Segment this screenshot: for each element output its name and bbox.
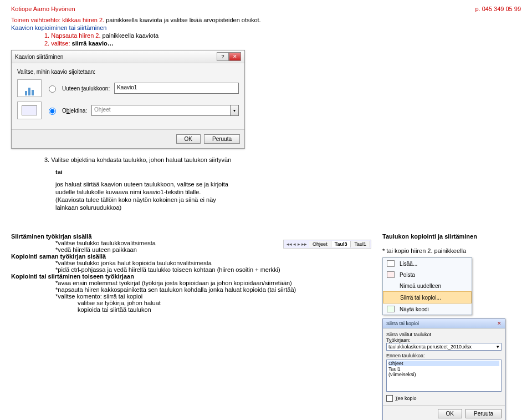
h3: Kopiointi tai siirtäminen toiseen työkir…: [11, 273, 371, 280]
new-sheet-name-input[interactable]: Kaavio1: [114, 83, 239, 94]
dialog1-title: Kaavion siirtäminen: [15, 54, 63, 60]
h3-b3: *valitse komento: siirrä tai kopioi: [55, 293, 371, 300]
ctx-view-code[interactable]: Näytä koodi: [383, 303, 472, 315]
h1-b1: *valitse taulukko taulukkovalitsimesta: [55, 240, 156, 246]
new-sheet-radio[interactable]: [49, 85, 56, 93]
h3-b4b: kopioida tai siirtää taulukon: [78, 306, 371, 313]
ctx-insert[interactable]: Lisää...: [383, 258, 472, 269]
ok-button[interactable]: OK: [176, 134, 201, 144]
move-copy-icon: [387, 294, 396, 301]
dialog2-close-icon[interactable]: ✕: [497, 321, 502, 326]
intro-1b: painikkeella kaaviota ja valitse lisää a…: [104, 17, 261, 23]
object-in-radio[interactable]: [49, 108, 56, 115]
step3: 3. Valitse objektina kohdasta taulukko, …: [44, 156, 521, 163]
list-item[interactable]: Taul1: [388, 366, 499, 372]
mid-p3: (Kaaviosta tulee tällöin koko näytön kok…: [55, 196, 521, 203]
h1: Siirtäminen työkirjan sisällä: [11, 233, 371, 240]
step2-a: 2. valitse:: [44, 40, 72, 47]
delete-icon: [386, 271, 395, 279]
d2-cancel-button[interactable]: Peruuta: [466, 409, 502, 418]
workbook-select[interactable]: taulukkolaskenta perusteet_2010.xlsx ▾: [386, 343, 502, 351]
h2-b1: *valitse taulukko jonka halut kopioida t…: [55, 260, 371, 266]
ctx-move-or-copy[interactable]: Siirrä tai kopioi...: [383, 291, 472, 303]
tab-taul3[interactable]: Taul3: [331, 241, 351, 247]
tab-ohjeet[interactable]: Ohjeet: [309, 241, 331, 247]
make-copy-checkbox[interactable]: [386, 395, 393, 402]
move-or-copy-dialog: Siirrä tai kopioi ✕ Siirrä valitut taulu…: [382, 318, 505, 420]
opt2-label: Objektina:: [62, 108, 87, 114]
h3-b2: *napsauta hiiren kakkospainiketta sen ta…: [55, 286, 371, 293]
object-in-select[interactable]: Ohjeet: [91, 105, 231, 116]
ctx-delete[interactable]: Poista: [383, 269, 472, 280]
d2-lbl1: Siirrä valitut taulukot: [386, 332, 502, 337]
chevron-down-icon[interactable]: ▾: [231, 105, 239, 116]
right-title: Taulukon kopiointi ja siirtäminen: [382, 233, 521, 240]
context-menu: Lisää... Poista Nimeä uudelleen Siirrä t…: [382, 257, 472, 315]
section-heading: Kaavion kopioiminen tai siirtäminen: [11, 24, 521, 31]
sheet-tabs: ◂◂ ◂ ▸ ▸▸ Ohjeet Taul3 Taul1: [283, 240, 371, 249]
chevron-down-icon: ▾: [497, 344, 499, 350]
h3-b1: *avaa ensin molemmat työkirjat (työkirja…: [55, 280, 371, 286]
doc-phone: p. 045 349 05 99: [475, 6, 521, 12]
make-copy-label: Tee kopio: [395, 396, 417, 401]
h1-b2: *vedä hiirellä uuteen paikkaan: [55, 246, 156, 253]
dialog1-prompt: Valitse, mihin kaavio sijoitetaan:: [17, 69, 239, 75]
d2-lbl2: Työkirjaan:: [386, 337, 502, 343]
list-item[interactable]: (viimeiseksi): [388, 372, 499, 377]
object-in-icon: [17, 102, 42, 119]
h3-b4a: valitse se työkirja, johon haluat: [78, 300, 371, 306]
move-chart-dialog: Kaavion siirtäminen ? ✕ Valitse, mihin k…: [11, 50, 245, 149]
ctx-rename[interactable]: Nimeä uudelleen: [383, 280, 472, 291]
mid-p4: lainkaan soluruudukkoa): [55, 204, 521, 211]
tai-label: tai: [55, 169, 521, 175]
mid-p2: uudelle talulukolle kuvaava nimi kaavio1…: [55, 189, 521, 195]
d2-ok-button[interactable]: OK: [438, 409, 462, 418]
before-sheet-list[interactable]: Ohjeet Taul1 (viimeiseksi): [386, 360, 502, 392]
dialog2-title: Siirrä tai kopioi: [386, 321, 419, 326]
list-item[interactable]: Ohjeet: [388, 361, 499, 366]
d2-lbl3: Ennen taulukkoa:: [386, 353, 502, 358]
insert-icon: [386, 260, 395, 267]
mid-p1: jos haluat siirtää kaavion uuteen tauluk…: [55, 181, 521, 188]
step2-b: siirrä kaavio…: [72, 40, 114, 47]
close-button[interactable]: ✕: [229, 52, 241, 61]
h2-b2: *pidä ctrl-pohjassa ja vedä hiirellä tau…: [55, 266, 371, 273]
step1-a: 1. Napsauta hiiren 2.: [44, 32, 101, 39]
tab-nav-arrows[interactable]: ◂◂ ◂ ▸ ▸▸: [284, 241, 310, 247]
help-button[interactable]: ?: [217, 52, 229, 61]
h2: Kopiointi saman työkirjan sisällä: [11, 253, 371, 260]
code-icon: [386, 305, 395, 313]
doc-author: Kotiope Aarno Hyvönen: [11, 6, 75, 12]
opt1-label: Uuteen taulukkoon:: [62, 85, 110, 92]
rename-icon: [386, 282, 395, 290]
new-sheet-icon: [17, 79, 42, 97]
right-sub: * tai kopio hiiren 2. painikkeella: [382, 247, 521, 254]
cancel-button[interactable]: Peruuta: [204, 134, 240, 144]
intro-1a: Toinen vaihtoehto: klikkaa hiiren 2.: [11, 17, 104, 23]
step1-b: painikkeella kaaviota: [101, 32, 159, 39]
tab-taul1[interactable]: Taul1: [351, 241, 370, 247]
